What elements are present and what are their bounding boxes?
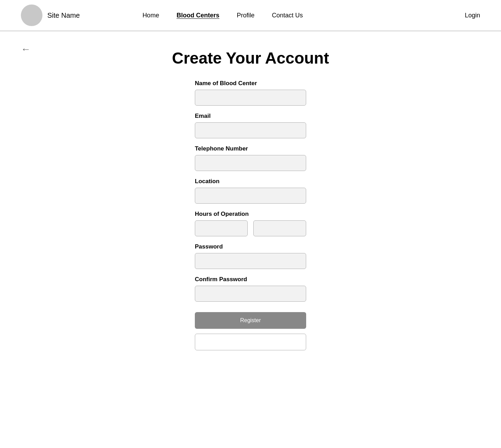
confirm-password-group: Confirm Password [195,276,306,302]
password-input[interactable] [195,253,306,269]
login-link[interactable]: Login [465,12,480,19]
blood-center-name-input[interactable] [195,90,306,106]
register-button[interactable]: Register [195,312,306,329]
hours-label: Hours of Operation [195,211,306,218]
page-title: Create Your Account [172,49,329,67]
blood-center-name-label: Name of Blood Center [195,80,306,87]
main-content: ← Create Your Account Name of Blood Cent… [0,31,501,371]
location-label: Location [195,178,306,185]
confirm-password-input[interactable] [195,286,306,302]
nav-contact-us[interactable]: Contact Us [272,12,303,19]
logo [21,5,42,26]
telephone-input[interactable] [195,155,306,171]
hours-end-input[interactable] [253,220,306,236]
telephone-group: Telephone Number [195,145,306,171]
nav-blood-centers[interactable]: Blood Centers [176,12,219,19]
back-arrow[interactable]: ← [21,44,31,54]
brand: Site Name [21,5,80,26]
hours-inputs-container [195,220,306,236]
email-label: Email [195,113,306,120]
location-input[interactable] [195,188,306,204]
location-group: Location [195,178,306,204]
registration-form: Name of Blood Center Email Telephone Num… [195,80,306,350]
hours-group: Hours of Operation [195,211,306,236]
site-name: Site Name [47,11,80,19]
hours-start-input[interactable] [195,220,248,236]
email-input[interactable] [195,122,306,138]
secondary-button[interactable] [195,334,306,350]
password-group: Password [195,243,306,269]
nav-home[interactable]: Home [142,12,159,19]
header: Site Name Home Blood Centers Profile Con… [0,0,501,31]
password-label: Password [195,243,306,250]
main-nav: Home Blood Centers Profile Contact Us [142,12,465,19]
telephone-label: Telephone Number [195,145,306,152]
nav-profile[interactable]: Profile [237,12,254,19]
confirm-password-label: Confirm Password [195,276,306,283]
email-group: Email [195,113,306,138]
blood-center-name-group: Name of Blood Center [195,80,306,106]
